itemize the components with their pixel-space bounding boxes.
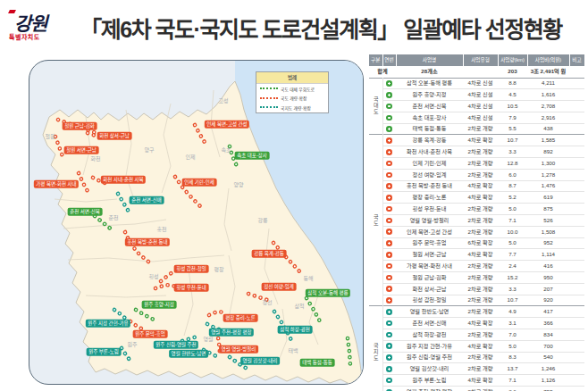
project-note-cell (569, 249, 584, 261)
project-name-cell: 화천 사내-춘천 사북 (396, 146, 463, 158)
legend-title: 범례 (256, 72, 328, 84)
project-name-cell: 원주 문막-흥업 (396, 237, 463, 249)
project-name-cell: 속초 대포-장사 (396, 112, 463, 123)
project-length-cell: 10.5 (498, 101, 527, 112)
row-number-cell (382, 169, 396, 180)
infographic-page: { "header": { "logo_main": "강원", "logo_s… (0, 0, 588, 391)
table-row: 춘천 서면-신북4차로 신설10.52,708 (369, 101, 584, 112)
project-map-label: 인제 북면-고성 간성 (205, 121, 249, 129)
table-row: 원주 부론-노림4차로 확장7.11,126 (369, 375, 584, 387)
project-name-cell: 인제 북면-고성 간성 (396, 226, 463, 237)
project-name-cell: 영월 영월-방절리 (396, 215, 463, 227)
project-note-cell (569, 123, 584, 135)
project-name-cell: 횡성 우천-둔내 (396, 204, 463, 215)
project-cost-cell: 366 (527, 318, 569, 329)
table-row: 인제 북면-고성 간성2차로 개량10.01,508 (369, 226, 584, 237)
total-label: 합계 (369, 66, 396, 78)
route-marker-icon (386, 126, 392, 132)
project-map-label: 횡성 갑천-청일 (174, 265, 209, 273)
project-map-label: 철원 서면-근남 (64, 146, 99, 154)
table-row: 태백 동점-통동2차로 개량5.5438 (369, 123, 584, 135)
region-name: 삼척 (294, 304, 304, 309)
project-cost-cell: 875 (527, 204, 569, 215)
project-name-cell: 원주 부론-노림 (396, 375, 463, 387)
projects-table: 구분 연번 사업명 사업유형 사업량(km) 사업비(억원) 비고 합계 28개… (369, 54, 585, 391)
project-length-cell: 10.7 (498, 135, 527, 146)
region-name: 원주 (127, 342, 137, 347)
col-header-category: 구분 (369, 54, 382, 66)
table-row: 화천 상서-근남2차로 개량3.3207 (369, 283, 584, 295)
row-number-cell (382, 340, 396, 352)
table-row: 영월 영월-방절리2차로 개량7.1526 (369, 215, 584, 227)
project-map-label: 철원 근남-김화 (63, 122, 97, 130)
row-number-cell (382, 215, 396, 227)
row-number-cell (382, 387, 396, 391)
project-map-label: 영월 주천-평창 평창 (209, 329, 254, 337)
page-header: 강원 특별자치도 「제6차 국도·국지도 도로건설계획」 일괄예타 선정현황 (0, 0, 588, 55)
route-marker-icon (386, 206, 392, 212)
route-marker-icon (386, 137, 392, 144)
project-cost-cell: 920 (527, 295, 569, 306)
project-cost-cell: 1,114 (527, 249, 569, 261)
total-count: 28개소 (396, 66, 463, 78)
project-type-cell: 2차로 개량 (463, 169, 498, 180)
project-note-cell (569, 363, 584, 375)
project-cost-cell: 700 (527, 340, 569, 352)
project-length-cell: 3.6 (498, 387, 527, 391)
route-marker-icon (386, 149, 392, 155)
project-cost-cell: 438 (527, 123, 569, 135)
table-row: 홍천 북방-춘천 동내4차로 확장8.71,476 (369, 180, 584, 192)
project-type-cell: 2차로 개량 (463, 363, 498, 375)
project-map-label: 영월 김삿갓-내리 (240, 357, 280, 365)
table-row: 원주 문막-흥업6차로 확장5.0952 (369, 237, 584, 249)
legend-item: 국도 개량·확장 (256, 94, 328, 104)
row-number-cell (382, 283, 396, 295)
route-marker-icon (386, 366, 392, 372)
table-row: 영월 주천-평창 평창2차로 개량3.6755 (369, 387, 584, 391)
table-row: 인제 기린-인제2차로 개량12.81,300 (369, 158, 584, 170)
project-name-cell: 춘천 서면-신북 (396, 101, 463, 112)
col-header-cost: 사업비(억원) (527, 54, 569, 66)
row-number-cell (382, 375, 396, 387)
project-length-cell: 10.0 (498, 226, 527, 237)
project-type-cell: 2차로 개량 (463, 158, 498, 170)
region-name: 속초 (221, 147, 231, 153)
project-cost-cell: 4,211 (527, 78, 569, 89)
col-header-note: 비고 (569, 54, 584, 66)
project-type-cell: 4차로 신설 (463, 112, 498, 123)
project-type-cell: 2차로 개량 (463, 387, 498, 391)
projects-table-wrap: 구분 연번 사업명 사업유형 사업량(km) 사업비(억원) 비고 합계 28개… (369, 54, 585, 391)
project-map-label: 속초 대포-장사 (235, 152, 270, 160)
legend-swatch-green-dotted-line (260, 87, 278, 89)
table-row: 철원 근남-김화2차로 개량15.2950 (369, 272, 584, 284)
project-map-label: 화천 사내-춘천 사북 (101, 176, 146, 184)
route-marker-icon (386, 229, 392, 235)
route-marker-icon (386, 80, 392, 87)
region-name: 화천 (90, 156, 100, 162)
project-length-cell: 2.4 (498, 261, 527, 272)
total-length: 203 (498, 66, 527, 78)
project-length-cell: 3.1 (498, 318, 527, 329)
project-map-label: 가평 북면-화천 사내 (34, 180, 79, 188)
project-name-cell: 인제 기린-인제 (396, 158, 463, 170)
project-cost-cell: 950 (527, 272, 569, 284)
table-row: 평창 중리-노론4차로 확장5.2619 (369, 192, 584, 204)
table-row: 국도강릉 옥계-강동4차로 확장10.71,585 (369, 135, 584, 146)
project-length-cell: 8.3 (498, 352, 527, 363)
project-name-cell: 삼척 하장-광천 (396, 329, 463, 341)
project-note-cell (569, 340, 584, 352)
row-number-cell (382, 295, 396, 306)
project-cost-cell: 417 (527, 306, 569, 318)
table-row: 철원 서면-근남4차로 확장7.71,114 (369, 249, 584, 261)
project-note-cell (569, 180, 584, 192)
table-row: 영월 김삿갓-내리2차로 개량13.71,246 (369, 363, 584, 375)
project-note-cell (569, 169, 584, 180)
project-map-label: 원주 흥양-지정 (142, 301, 177, 309)
total-row: 합계 28개소 203 3조 2,491억 원 (369, 66, 584, 78)
total-cost: 3조 2,491억 원 (527, 66, 569, 78)
project-map-label: 원주 지정 간현-가유 (86, 320, 130, 328)
project-type-cell: 2차로 개량 (463, 215, 498, 227)
project-type-cell: 2차로 개량 (463, 272, 498, 284)
project-name-cell: 가평 북면-화천 사내 (396, 261, 463, 272)
project-name-cell: 횡성 갑천-청일 (396, 295, 463, 306)
